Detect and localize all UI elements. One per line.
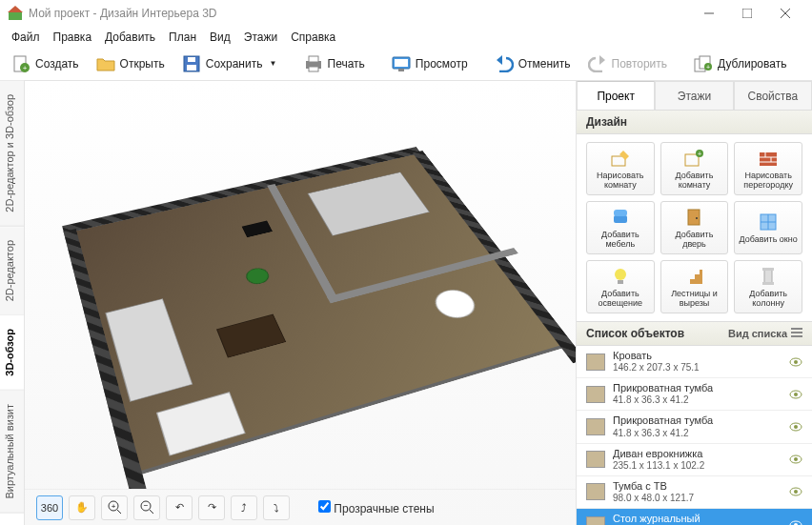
object-info: Прикроватная тумба41.8 x 36.3 x 41.2 [613, 414, 782, 438]
menu-help[interactable]: Справка [285, 29, 341, 46]
svg-rect-55 [791, 328, 802, 330]
maximize-button[interactable] [728, 0, 766, 27]
object-info: Тумба с ТВ98.0 x 48.0 x 121.7 [613, 480, 782, 504]
print-button[interactable]: Печать [300, 53, 369, 74]
draw-room-button[interactable]: Нарисовать комнату [586, 142, 655, 195]
visibility-eye-icon[interactable] [789, 454, 802, 464]
svg-rect-52 [764, 269, 772, 284]
object-thumbnail [586, 353, 605, 371]
object-info: Стол журнальный80.4 x 80.1 x 30.3 [613, 513, 782, 525]
tab-properties[interactable]: Свойства [734, 81, 812, 110]
vtab-2d[interactable]: 2D-редактор [0, 227, 24, 315]
menu-file[interactable]: Файл [6, 29, 46, 46]
vtab-3d[interactable]: 3D-обзор [0, 315, 24, 391]
draw-partition-button[interactable]: Нарисовать перегородку [734, 142, 802, 195]
stairs-icon [683, 267, 704, 286]
tab-floors[interactable]: Этажи [655, 81, 733, 110]
add-window-button[interactable]: Добавить окно [734, 201, 802, 254]
object-dimensions: 41.8 x 36.3 x 41.2 [613, 428, 782, 439]
svg-point-67 [794, 490, 798, 494]
preview-button[interactable]: Просмотр [388, 53, 472, 74]
stairs-cutouts-button[interactable]: Лестницы и вырезы [660, 260, 729, 313]
tab-project[interactable]: Проект [577, 81, 655, 110]
object-thumbnail [586, 418, 605, 435]
add-door-button[interactable]: Добавить дверь [660, 201, 729, 254]
list-view-toggle[interactable]: Вид списка [728, 327, 802, 340]
add-furniture-button[interactable]: Добавить мебель [586, 201, 655, 254]
transparent-walls-checkbox[interactable]: Прозрачные стены [318, 500, 435, 515]
rotate-right-icon: ↷ [208, 501, 216, 514]
view-tools: 360 ✋ + − ↶ ↷ ⤴ ⤵ Прозрачные стены [25, 489, 576, 525]
object-name: Прикроватная тумба [613, 414, 782, 427]
menu-add[interactable]: Добавить [99, 29, 161, 46]
svg-point-61 [794, 393, 798, 396]
toolbar: + Создать Открыть Сохранить ▼ Печать Про… [0, 47, 812, 81]
pan-tool[interactable]: ✋ [69, 495, 95, 520]
svg-rect-44 [614, 210, 627, 216]
menu-plan[interactable]: План [163, 29, 202, 46]
rotate-right-tool[interactable]: ↷ [198, 495, 225, 520]
svg-point-65 [794, 457, 798, 461]
object-list-item[interactable]: Кровать146.2 x 207.3 x 75.1 [577, 346, 812, 378]
door-icon [683, 208, 704, 227]
add-room-button[interactable]: +Добавить комнату [660, 142, 729, 195]
folder-open-icon [96, 55, 115, 72]
object-list-item[interactable]: Диван еврокнижка235.1 x 113.1 x 102.2 [577, 444, 812, 476]
list-icon [791, 327, 802, 340]
tilt-up-tool[interactable]: ⤴ [231, 495, 257, 520]
create-button[interactable]: + Создать [8, 53, 83, 74]
orbit-icon: 360 [41, 502, 58, 514]
vtab-virtual[interactable]: Виртуальный визит [0, 391, 24, 514]
design-grid: Нарисовать комнату +Добавить комнату Нар… [577, 134, 812, 321]
duplicate-icon: + [694, 55, 713, 72]
new-file-icon: + [11, 55, 30, 72]
visibility-eye-icon[interactable] [789, 520, 802, 525]
visibility-eye-icon[interactable] [789, 487, 802, 496]
visibility-eye-icon[interactable] [789, 357, 802, 367]
monitor-icon [392, 55, 411, 72]
undo-icon [495, 55, 514, 72]
open-button[interactable]: Открыть [92, 53, 169, 74]
svg-rect-45 [688, 210, 700, 225]
svg-text:+: + [112, 502, 116, 511]
brick-wall-icon [758, 149, 779, 168]
save-button[interactable]: Сохранить ▼ [178, 53, 281, 74]
add-lighting-button[interactable]: Добавить освещение [586, 260, 655, 313]
object-list-item[interactable]: Прикроватная тумба41.8 x 36.3 x 41.2 [577, 378, 812, 411]
object-list-item[interactable]: Прикроватная тумба41.8 x 36.3 x 41.2 [577, 411, 812, 443]
svg-text:+: + [23, 64, 28, 72]
bulb-icon [610, 267, 631, 286]
svg-rect-43 [614, 215, 627, 223]
zoom-in-tool[interactable]: + [101, 495, 128, 520]
svg-rect-35 [685, 154, 699, 166]
duplicate-button[interactable]: + Дублировать [690, 53, 790, 74]
undo-button[interactable]: Отменить [491, 53, 575, 74]
menu-view[interactable]: Вид [204, 29, 236, 46]
close-button[interactable] [766, 0, 804, 27]
vtab-2d-3d[interactable]: 2D-редактор и 3D-обзор [0, 81, 24, 227]
visibility-eye-icon[interactable] [789, 422, 802, 432]
tilt-down-tool[interactable]: ⤵ [263, 495, 290, 520]
svg-rect-3 [742, 9, 752, 18]
menu-edit[interactable]: Правка [48, 29, 98, 46]
visibility-eye-icon[interactable] [789, 390, 802, 399]
tilt-down-icon: ⤵ [274, 502, 279, 514]
svg-rect-0 [9, 11, 22, 20]
object-name: Тумба с ТВ [613, 480, 782, 493]
menu-floors[interactable]: Этажи [238, 29, 283, 46]
minimize-button[interactable] [690, 0, 728, 27]
zoom-out-tool[interactable]: − [133, 495, 160, 520]
svg-line-32 [150, 510, 153, 514]
object-dimensions: 146.2 x 207.3 x 75.1 [613, 362, 782, 374]
rotate-left-tool[interactable]: ↶ [166, 495, 193, 520]
object-list-item[interactable]: Стол журнальный80.4 x 80.1 x 30.3 [577, 509, 812, 525]
object-dimensions: 41.8 x 36.3 x 41.2 [613, 394, 782, 406]
svg-rect-13 [309, 56, 318, 62]
add-column-button[interactable]: Добавить колонну [734, 260, 802, 313]
canvas-3d[interactable] [25, 81, 576, 489]
orbit-tool[interactable]: 360 [36, 495, 63, 520]
svg-marker-18 [497, 55, 502, 65]
redo-button[interactable]: Повторить [584, 53, 672, 74]
object-list-item[interactable]: Тумба с ТВ98.0 x 48.0 x 121.7 [577, 476, 812, 509]
object-name: Прикроватная тумба [613, 382, 782, 394]
